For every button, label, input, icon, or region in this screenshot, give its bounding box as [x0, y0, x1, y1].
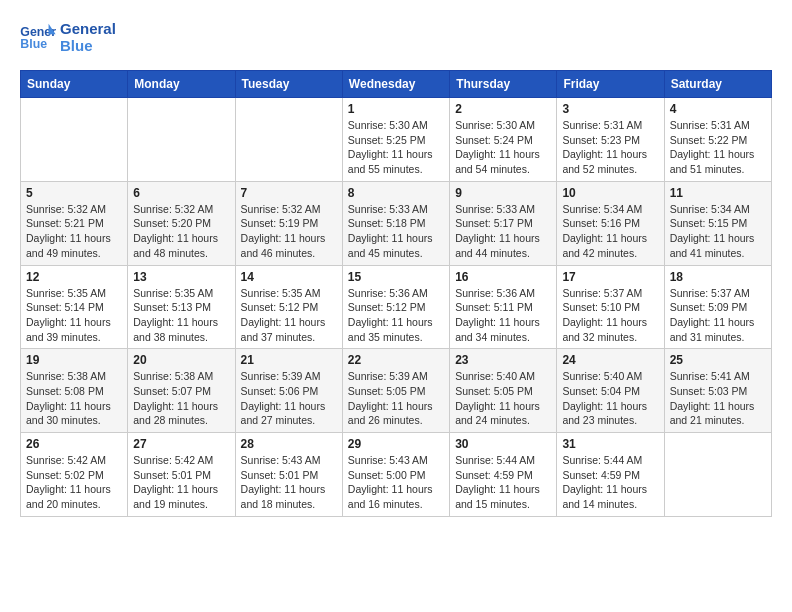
weekday-header-row: SundayMondayTuesdayWednesdayThursdayFrid… — [21, 71, 772, 98]
logo-blue-text: Blue — [60, 37, 116, 54]
weekday-header-friday: Friday — [557, 71, 664, 98]
day-cell: 25Sunrise: 5:41 AMSunset: 5:03 PMDayligh… — [664, 349, 771, 433]
day-cell: 10Sunrise: 5:34 AMSunset: 5:16 PMDayligh… — [557, 181, 664, 265]
day-info: Sunrise: 5:35 AMSunset: 5:14 PMDaylight:… — [26, 286, 122, 345]
page-header: General Blue General Blue — [20, 20, 772, 54]
day-info: Sunrise: 5:34 AMSunset: 5:16 PMDaylight:… — [562, 202, 658, 261]
day-number: 11 — [670, 186, 766, 200]
day-info: Sunrise: 5:40 AMSunset: 5:05 PMDaylight:… — [455, 369, 551, 428]
day-cell: 16Sunrise: 5:36 AMSunset: 5:11 PMDayligh… — [450, 265, 557, 349]
day-number: 31 — [562, 437, 658, 451]
day-info: Sunrise: 5:30 AMSunset: 5:25 PMDaylight:… — [348, 118, 444, 177]
day-cell: 28Sunrise: 5:43 AMSunset: 5:01 PMDayligh… — [235, 433, 342, 517]
day-info: Sunrise: 5:37 AMSunset: 5:10 PMDaylight:… — [562, 286, 658, 345]
day-info: Sunrise: 5:44 AMSunset: 4:59 PMDaylight:… — [455, 453, 551, 512]
day-info: Sunrise: 5:43 AMSunset: 5:00 PMDaylight:… — [348, 453, 444, 512]
day-info: Sunrise: 5:36 AMSunset: 5:12 PMDaylight:… — [348, 286, 444, 345]
day-number: 16 — [455, 270, 551, 284]
day-info: Sunrise: 5:33 AMSunset: 5:18 PMDaylight:… — [348, 202, 444, 261]
day-number: 22 — [348, 353, 444, 367]
svg-text:Blue: Blue — [20, 37, 47, 51]
day-cell: 21Sunrise: 5:39 AMSunset: 5:06 PMDayligh… — [235, 349, 342, 433]
day-number: 10 — [562, 186, 658, 200]
weekday-header-sunday: Sunday — [21, 71, 128, 98]
day-info: Sunrise: 5:32 AMSunset: 5:19 PMDaylight:… — [241, 202, 337, 261]
day-cell: 4Sunrise: 5:31 AMSunset: 5:22 PMDaylight… — [664, 98, 771, 182]
day-number: 18 — [670, 270, 766, 284]
week-row-1: 1Sunrise: 5:30 AMSunset: 5:25 PMDaylight… — [21, 98, 772, 182]
day-cell: 9Sunrise: 5:33 AMSunset: 5:17 PMDaylight… — [450, 181, 557, 265]
day-cell — [664, 433, 771, 517]
day-info: Sunrise: 5:31 AMSunset: 5:23 PMDaylight:… — [562, 118, 658, 177]
day-number: 9 — [455, 186, 551, 200]
day-info: Sunrise: 5:32 AMSunset: 5:21 PMDaylight:… — [26, 202, 122, 261]
weekday-header-wednesday: Wednesday — [342, 71, 449, 98]
day-info: Sunrise: 5:35 AMSunset: 5:12 PMDaylight:… — [241, 286, 337, 345]
day-number: 6 — [133, 186, 229, 200]
day-cell — [235, 98, 342, 182]
day-cell: 22Sunrise: 5:39 AMSunset: 5:05 PMDayligh… — [342, 349, 449, 433]
day-cell: 18Sunrise: 5:37 AMSunset: 5:09 PMDayligh… — [664, 265, 771, 349]
day-number: 2 — [455, 102, 551, 116]
day-number: 5 — [26, 186, 122, 200]
day-cell: 12Sunrise: 5:35 AMSunset: 5:14 PMDayligh… — [21, 265, 128, 349]
day-number: 23 — [455, 353, 551, 367]
day-number: 29 — [348, 437, 444, 451]
week-row-2: 5Sunrise: 5:32 AMSunset: 5:21 PMDaylight… — [21, 181, 772, 265]
day-number: 13 — [133, 270, 229, 284]
day-number: 7 — [241, 186, 337, 200]
day-cell: 24Sunrise: 5:40 AMSunset: 5:04 PMDayligh… — [557, 349, 664, 433]
day-cell: 26Sunrise: 5:42 AMSunset: 5:02 PMDayligh… — [21, 433, 128, 517]
day-info: Sunrise: 5:44 AMSunset: 4:59 PMDaylight:… — [562, 453, 658, 512]
weekday-header-thursday: Thursday — [450, 71, 557, 98]
day-number: 27 — [133, 437, 229, 451]
day-info: Sunrise: 5:41 AMSunset: 5:03 PMDaylight:… — [670, 369, 766, 428]
logo-icon: General Blue — [20, 22, 56, 52]
day-cell: 29Sunrise: 5:43 AMSunset: 5:00 PMDayligh… — [342, 433, 449, 517]
logo: General Blue General Blue — [20, 20, 116, 54]
day-cell: 20Sunrise: 5:38 AMSunset: 5:07 PMDayligh… — [128, 349, 235, 433]
weekday-header-tuesday: Tuesday — [235, 71, 342, 98]
day-cell: 1Sunrise: 5:30 AMSunset: 5:25 PMDaylight… — [342, 98, 449, 182]
weekday-header-monday: Monday — [128, 71, 235, 98]
week-row-4: 19Sunrise: 5:38 AMSunset: 5:08 PMDayligh… — [21, 349, 772, 433]
day-info: Sunrise: 5:39 AMSunset: 5:05 PMDaylight:… — [348, 369, 444, 428]
day-number: 8 — [348, 186, 444, 200]
day-info: Sunrise: 5:36 AMSunset: 5:11 PMDaylight:… — [455, 286, 551, 345]
day-number: 14 — [241, 270, 337, 284]
day-info: Sunrise: 5:38 AMSunset: 5:07 PMDaylight:… — [133, 369, 229, 428]
day-info: Sunrise: 5:33 AMSunset: 5:17 PMDaylight:… — [455, 202, 551, 261]
day-number: 12 — [26, 270, 122, 284]
day-info: Sunrise: 5:40 AMSunset: 5:04 PMDaylight:… — [562, 369, 658, 428]
day-number: 25 — [670, 353, 766, 367]
day-cell: 5Sunrise: 5:32 AMSunset: 5:21 PMDaylight… — [21, 181, 128, 265]
week-row-5: 26Sunrise: 5:42 AMSunset: 5:02 PMDayligh… — [21, 433, 772, 517]
day-cell: 14Sunrise: 5:35 AMSunset: 5:12 PMDayligh… — [235, 265, 342, 349]
day-number: 19 — [26, 353, 122, 367]
day-number: 20 — [133, 353, 229, 367]
day-cell — [128, 98, 235, 182]
weekday-header-saturday: Saturday — [664, 71, 771, 98]
day-cell — [21, 98, 128, 182]
day-number: 3 — [562, 102, 658, 116]
day-cell: 7Sunrise: 5:32 AMSunset: 5:19 PMDaylight… — [235, 181, 342, 265]
day-number: 26 — [26, 437, 122, 451]
day-number: 30 — [455, 437, 551, 451]
day-info: Sunrise: 5:31 AMSunset: 5:22 PMDaylight:… — [670, 118, 766, 177]
day-info: Sunrise: 5:34 AMSunset: 5:15 PMDaylight:… — [670, 202, 766, 261]
day-info: Sunrise: 5:35 AMSunset: 5:13 PMDaylight:… — [133, 286, 229, 345]
day-cell: 17Sunrise: 5:37 AMSunset: 5:10 PMDayligh… — [557, 265, 664, 349]
day-cell: 15Sunrise: 5:36 AMSunset: 5:12 PMDayligh… — [342, 265, 449, 349]
logo-text: General — [60, 20, 116, 37]
day-info: Sunrise: 5:42 AMSunset: 5:01 PMDaylight:… — [133, 453, 229, 512]
day-cell: 27Sunrise: 5:42 AMSunset: 5:01 PMDayligh… — [128, 433, 235, 517]
day-cell: 31Sunrise: 5:44 AMSunset: 4:59 PMDayligh… — [557, 433, 664, 517]
week-row-3: 12Sunrise: 5:35 AMSunset: 5:14 PMDayligh… — [21, 265, 772, 349]
day-number: 1 — [348, 102, 444, 116]
day-cell: 3Sunrise: 5:31 AMSunset: 5:23 PMDaylight… — [557, 98, 664, 182]
day-cell: 23Sunrise: 5:40 AMSunset: 5:05 PMDayligh… — [450, 349, 557, 433]
day-cell: 2Sunrise: 5:30 AMSunset: 5:24 PMDaylight… — [450, 98, 557, 182]
day-cell: 13Sunrise: 5:35 AMSunset: 5:13 PMDayligh… — [128, 265, 235, 349]
day-number: 21 — [241, 353, 337, 367]
day-cell: 6Sunrise: 5:32 AMSunset: 5:20 PMDaylight… — [128, 181, 235, 265]
